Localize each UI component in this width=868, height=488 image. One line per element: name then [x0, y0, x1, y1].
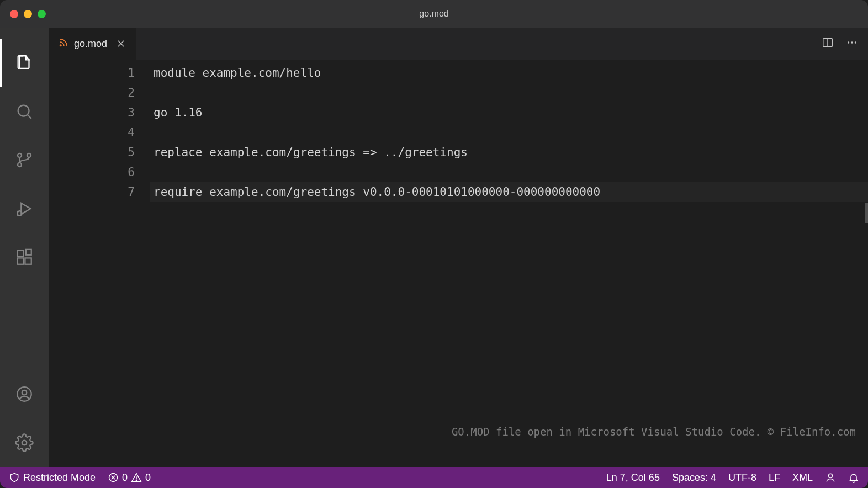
- cursor-position: Ln 7, Col 65: [606, 472, 660, 484]
- svg-point-4: [27, 153, 31, 157]
- activity-search[interactable]: [0, 87, 49, 136]
- more-actions-button[interactable]: [846, 36, 858, 51]
- main-area: go.mod 1234567 module example.com/hellog…: [0, 28, 868, 467]
- tab-bar: go.mod: [49, 28, 868, 60]
- restricted-mode-label: Restricted Mode: [23, 472, 96, 484]
- shield-icon: [9, 472, 20, 483]
- restricted-mode-button[interactable]: Restricted Mode: [9, 472, 96, 484]
- line-number: 4: [49, 123, 135, 142]
- window-title: go.mod: [419, 9, 448, 19]
- error-icon: [108, 472, 119, 483]
- eol: LF: [769, 472, 780, 484]
- line-number-gutter: 1234567: [49, 63, 154, 467]
- tab-close-button[interactable]: [116, 39, 126, 49]
- svg-line-7: [17, 211, 18, 212]
- line-number: 1: [49, 63, 135, 83]
- svg-point-2: [18, 153, 22, 157]
- svg-point-14: [22, 390, 27, 395]
- minimize-window-button[interactable]: [24, 10, 32, 18]
- code-line[interactable]: require example.com/greetings v0.0.0-000…: [150, 182, 868, 202]
- svg-rect-12: [26, 250, 31, 255]
- activity-explorer[interactable]: [0, 39, 49, 87]
- bell-icon: [848, 472, 859, 483]
- svg-point-28: [136, 480, 136, 480]
- feedback-icon: [825, 472, 836, 483]
- split-editor-button[interactable]: [822, 36, 834, 51]
- error-count: 0: [122, 472, 128, 484]
- file-type-icon: [59, 38, 68, 50]
- code-line[interactable]: replace example.com/greetings => ../gree…: [154, 142, 868, 162]
- problems-button[interactable]: 0 0: [108, 472, 151, 484]
- scrollbar-marker[interactable]: [865, 203, 868, 223]
- gear-icon: [15, 433, 34, 452]
- svg-point-16: [60, 45, 61, 46]
- ellipsis-icon: [846, 36, 858, 49]
- line-number: 6: [49, 162, 135, 182]
- svg-point-15: [22, 441, 27, 445]
- line-number: 2: [49, 83, 135, 103]
- activity-run-debug[interactable]: [0, 184, 49, 233]
- activity-settings[interactable]: [0, 418, 49, 467]
- close-icon: [116, 39, 126, 49]
- line-number: 5: [49, 142, 135, 162]
- code-line[interactable]: [154, 162, 868, 182]
- feedback-button[interactable]: [825, 472, 836, 483]
- notifications-button[interactable]: [848, 472, 859, 483]
- eol-button[interactable]: LF: [769, 472, 780, 484]
- maximize-window-button[interactable]: [38, 10, 46, 18]
- svg-line-1: [28, 115, 31, 119]
- close-window-button[interactable]: [10, 10, 18, 18]
- editor-actions: [822, 28, 868, 60]
- svg-line-8: [17, 215, 18, 216]
- line-number: 7: [49, 182, 135, 202]
- svg-rect-10: [17, 258, 23, 264]
- file-tab[interactable]: go.mod: [49, 28, 136, 60]
- encoding-button[interactable]: UTF-8: [728, 472, 756, 484]
- activity-source-control[interactable]: [0, 136, 49, 184]
- line-number: 3: [49, 103, 135, 123]
- code-line[interactable]: [154, 123, 868, 142]
- svg-point-23: [855, 41, 856, 43]
- svg-point-29: [829, 474, 833, 478]
- svg-point-22: [851, 41, 853, 43]
- split-icon: [822, 36, 834, 49]
- svg-point-21: [848, 41, 849, 43]
- code-line[interactable]: go 1.16: [154, 103, 868, 123]
- status-bar: Restricted Mode 0 0 Ln 7, Col 65 Spaces:…: [0, 467, 868, 488]
- svg-marker-5: [21, 203, 30, 214]
- tab-filename: go.mod: [74, 38, 107, 50]
- activity-bar: [0, 28, 49, 467]
- files-icon: [15, 54, 34, 72]
- activity-extensions[interactable]: [0, 233, 49, 282]
- svg-rect-9: [17, 250, 23, 256]
- warning-icon: [131, 472, 142, 483]
- svg-point-0: [18, 105, 29, 116]
- text-editor[interactable]: 1234567 module example.com/hellogo 1.16r…: [49, 60, 868, 467]
- indentation: Spaces: 4: [672, 472, 716, 484]
- encoding: UTF-8: [728, 472, 756, 484]
- titlebar: go.mod: [0, 0, 868, 28]
- indentation-button[interactable]: Spaces: 4: [672, 472, 716, 484]
- code-content[interactable]: module example.com/hellogo 1.16replace e…: [154, 63, 868, 467]
- warning-count: 0: [145, 472, 151, 484]
- search-icon: [15, 102, 34, 121]
- activity-accounts[interactable]: [0, 370, 49, 418]
- extensions-icon: [15, 248, 34, 267]
- watermark-text: GO.MOD file open in Microsoft Visual Stu…: [452, 422, 856, 442]
- svg-point-3: [18, 163, 22, 167]
- play-bug-icon: [15, 199, 34, 218]
- account-icon: [15, 385, 34, 404]
- language-mode: XML: [792, 472, 813, 484]
- svg-rect-11: [25, 258, 31, 264]
- cursor-position-button[interactable]: Ln 7, Col 65: [606, 472, 660, 484]
- window-controls: [10, 10, 46, 18]
- git-branch-icon: [15, 151, 34, 169]
- language-mode-button[interactable]: XML: [792, 472, 813, 484]
- code-line[interactable]: module example.com/hello: [154, 63, 868, 83]
- code-line[interactable]: [154, 83, 868, 103]
- editor-area: go.mod 1234567 module example.com/hellog…: [49, 28, 868, 467]
